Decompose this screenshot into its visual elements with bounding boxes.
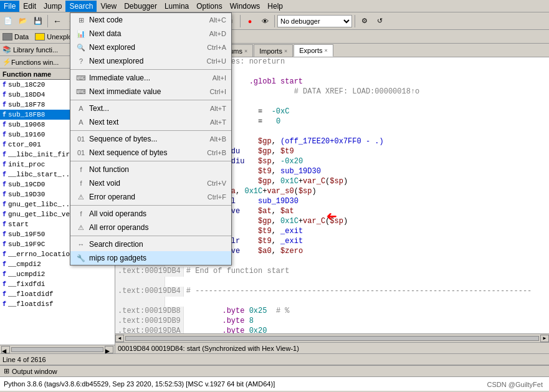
toolbar-save[interactable]: 💾 — [31, 14, 45, 28]
menu-item-label: Next void — [89, 179, 120, 188]
functions-title: Functions win... — [11, 59, 59, 66]
menu-item-next-text[interactable]: A Next text Alt+T — [70, 115, 231, 129]
search-dir-icon: ↔ — [75, 239, 87, 250]
menu-options[interactable]: Options — [193, 1, 226, 12]
line-info-bar: Line 4 of 2616 — [0, 353, 549, 365]
menu-item-label: Next immediate value — [89, 87, 161, 96]
status-bar: 00019D84 00019D84: start (Synchronized w… — [115, 342, 549, 353]
toolbar-open[interactable]: 📂 — [16, 14, 30, 28]
toolbar-watch[interactable]: 👁 — [258, 14, 272, 28]
scroll-right-btn[interactable]: ▶ — [105, 346, 113, 353]
menu-separator — [70, 130, 231, 131]
debugger-select[interactable]: No debugger — [277, 15, 352, 27]
menu-item-code[interactable]: ⊞ Next code Alt+C — [70, 13, 231, 27]
menu-windows[interactable]: Windows — [226, 1, 264, 12]
toolbar-settings[interactable]: ⚙ — [358, 14, 371, 28]
data-icon: 📊 — [75, 28, 87, 39]
function-icon: f — [2, 191, 6, 198]
menu-item-immediate[interactable]: ⌨ Immediate value... Alt+I — [70, 71, 231, 85]
menu-item-next-sequence[interactable]: 01 Next sequence of bytes Ctrl+B — [70, 146, 231, 160]
output-panel: ⊞ Output window Python 3.8.6 (tags/v3.8.… — [0, 365, 549, 390]
menu-file[interactable]: File — [0, 1, 19, 12]
tab-exports[interactable]: Exports× — [294, 44, 333, 57]
tab-close-btn[interactable]: × — [284, 48, 287, 54]
menu-item-unexplored[interactable]: ? Next unexplored Ctrl+U — [70, 54, 231, 68]
menu-item-all-error[interactable]: ⚠ All error operands — [70, 221, 231, 234]
menu-search[interactable]: Search — [65, 1, 97, 12]
menu-item-data[interactable]: 📊 Next data Alt+D — [70, 27, 231, 41]
function-icon: f — [2, 251, 6, 258]
all-error-icon: ⚠ — [75, 222, 87, 233]
function-name: sub_19CD0 — [8, 181, 45, 188]
code-content: var_s0 = 0 — [184, 117, 549, 127]
code-hscroll[interactable]: ◀ ▶ — [115, 333, 549, 342]
scroll-left-btn[interactable]: ◀ — [1, 346, 10, 353]
code-content — [165, 277, 549, 287]
unexplored-icon: ? — [75, 55, 87, 67]
sequence-icon: 01 — [75, 133, 87, 145]
toolbar-back[interactable]: ← — [50, 14, 64, 28]
menu-item-sequence[interactable]: 01 Sequence of bytes... Alt+B — [70, 132, 231, 146]
menu-item-mips-rop[interactable]: 🔧 mips rop gadgets — [70, 251, 231, 265]
function-name: __floatdisf — [8, 300, 54, 308]
function-list-item[interactable]: f__floatdidf — [0, 289, 115, 299]
menu-lumina[interactable]: Lumina — [161, 1, 193, 12]
tab-imports[interactable]: Imports× — [254, 44, 293, 57]
menu-item-all-void[interactable]: f All void operands — [70, 207, 231, 221]
function-list-item[interactable]: f__fixdfdi — [0, 279, 115, 289]
menu-item-label: Error operand — [89, 193, 135, 201]
toolbar-breakpoint[interactable]: ● — [243, 14, 257, 28]
function-icon: f — [2, 281, 6, 288]
menu-shortcut: Ctrl+F — [208, 193, 226, 201]
function-icon: f — [2, 151, 6, 158]
menu-shortcut: Ctrl+V — [207, 179, 226, 187]
menu-shortcut: Ctrl+B — [207, 149, 226, 156]
menu-item-search-dir[interactable]: ↔ Search direction — [70, 237, 231, 251]
menu-item-label: Next explored — [89, 43, 135, 52]
menu-item-label: All error operands — [89, 223, 148, 232]
legend-data-label: Data — [14, 33, 29, 41]
functions-hscroll[interactable]: ◀ ▶ — [0, 345, 115, 353]
code-content: start: # DATA XREF: LOAD:00000018↑o — [184, 87, 549, 97]
code-content: la $t9, sub_19D30 — [184, 167, 549, 177]
menu-item-text[interactable]: A Text... Alt+T — [70, 102, 231, 115]
functions-icon: ⚡ — [2, 58, 11, 66]
library-icon: 📚 — [2, 45, 11, 54]
function-name: sub_18F78 — [8, 101, 45, 108]
menu-item-next-immediate[interactable]: ⌨ Next immediate value Ctrl+I — [70, 85, 231, 98]
menu-shortcut: Alt+C — [209, 16, 226, 24]
function-list-item[interactable]: f__floatdisf — [0, 299, 115, 309]
menu-edit[interactable]: Edit — [19, 1, 40, 12]
menu-help[interactable]: Help — [264, 1, 287, 12]
menu-debugger[interactable]: Debugger — [120, 1, 161, 12]
menu-item-explored[interactable]: 🔍 Next explored Ctrl+A — [70, 41, 231, 54]
function-list-item[interactable]: f__ucmpdi2 — [0, 269, 115, 279]
tab-close-btn[interactable]: × — [244, 48, 247, 54]
function-icon: f — [2, 261, 6, 268]
menu-item-label: Next unexplored — [89, 57, 143, 65]
menu-jump[interactable]: Jump — [40, 1, 65, 12]
menu-item-label: Text... — [89, 104, 109, 113]
next-immediate-icon: ⌨ — [75, 86, 87, 97]
function-icon: f — [2, 82, 6, 88]
code-content: li $gp, (off_17EE20+0x7FF0 - .) — [184, 137, 549, 147]
code-scroll-track[interactable] — [125, 336, 539, 341]
code-scroll-left[interactable]: ◀ — [115, 335, 124, 342]
code-content: lw $gp, 0x1C+var_C($sp) — [184, 217, 549, 227]
code-scroll-right[interactable]: ▶ — [540, 335, 549, 342]
legend-unexplored-color — [35, 33, 45, 41]
toolbar-refresh[interactable]: ↺ — [373, 14, 386, 28]
menu-item-not-function[interactable]: f Not function — [70, 163, 231, 176]
menu-item-next-void[interactable]: f Next void Ctrl+V — [70, 176, 231, 190]
function-name: sub_18C20 — [8, 81, 45, 88]
tab-close-btn[interactable]: × — [324, 47, 327, 54]
menu-view[interactable]: View — [97, 1, 120, 12]
code-address — [115, 277, 165, 287]
function-icon: f — [2, 102, 6, 108]
menu-shortcut: Alt+I — [212, 74, 226, 82]
menu-item-error-operand[interactable]: ⚠ Error operand Ctrl+F — [70, 190, 231, 204]
code-content: move $at, $at — [184, 207, 549, 217]
scroll-track[interactable] — [11, 347, 103, 352]
toolbar-new[interactable]: 📄 — [1, 14, 15, 28]
watermark: CSDN @GuiltyFet — [487, 381, 543, 388]
